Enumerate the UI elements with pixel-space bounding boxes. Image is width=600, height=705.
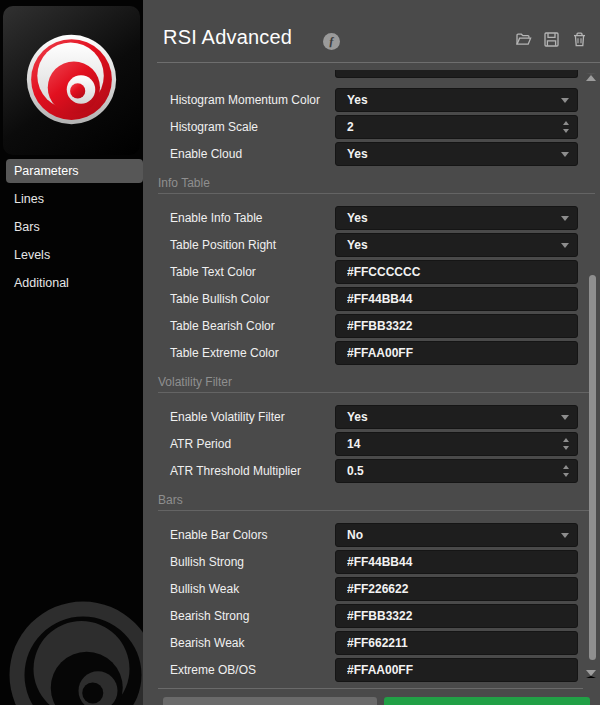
sidebar-item-additional[interactable]: Additional (6, 271, 143, 295)
param-row: Bearish Weak (158, 631, 595, 655)
sidebar-item-bars[interactable]: Bars (6, 215, 143, 239)
dropdown-value: No (347, 524, 363, 546)
chevron-down-icon (561, 243, 569, 248)
sidebar-item-lines[interactable]: Lines (6, 187, 143, 211)
color-value-input[interactable] (336, 342, 577, 364)
dropdown-table-position-right[interactable]: Yes (335, 233, 578, 257)
section-header-volatility-filter: Volatility Filter (158, 374, 595, 393)
dropdown-enable-volatility-filter[interactable]: Yes (335, 405, 578, 429)
param-row: Enable Volatility Filter Yes (158, 405, 595, 429)
color-value-input[interactable] (336, 315, 577, 337)
chevron-down-icon (561, 216, 569, 221)
indicator-settings-window: Parameters Lines Bars Levels Additional … (0, 0, 600, 705)
save-template-button[interactable] (543, 31, 560, 48)
color-value-input[interactable] (336, 632, 577, 654)
triangle-down-icon[interactable] (563, 473, 569, 477)
function-f-icon: ƒ (323, 33, 340, 50)
input-bullish-weak[interactable] (335, 577, 578, 601)
param-row: Bullish Weak (158, 577, 595, 601)
stepper-atr-period[interactable]: 14 (335, 432, 578, 456)
dropdown-value: Yes (347, 89, 368, 111)
load-template-button[interactable] (515, 31, 532, 48)
param-row: Enable Bar Colors No (158, 523, 595, 547)
dropdown-value: Yes (347, 207, 368, 229)
section-header-bars: Bars (158, 492, 595, 511)
input-extreme-ob-os[interactable] (335, 658, 578, 682)
dropdown-enable-bar-colors[interactable]: No (335, 523, 578, 547)
dropdown-histogram-momentum-color[interactable]: Yes (335, 88, 578, 112)
param-row: Bullish Strong (158, 550, 595, 574)
triangle-up-icon[interactable] (563, 465, 569, 469)
triangle-up-icon[interactable] (563, 121, 569, 125)
param-row: ATR Period 14 (158, 432, 595, 456)
scrollbar-thumb[interactable] (589, 275, 596, 660)
param-row: Table Bearish Color (158, 314, 595, 338)
ctrader-logo-tile (3, 6, 140, 155)
param-row: Extreme OB/OS (158, 658, 595, 682)
ctrader-logo-watermark (8, 600, 143, 705)
input-bullish-strong[interactable] (335, 550, 578, 574)
input-table-extreme-color[interactable] (335, 341, 578, 365)
parameters-list: Histogram Momentum Color Yes Histogram S… (143, 63, 595, 685)
dropdown-value: Yes (347, 234, 368, 256)
main-panel: RSI Advanced ƒ (143, 0, 600, 705)
section-title: Bars (158, 492, 595, 508)
triangle-down-icon[interactable] (563, 129, 569, 133)
stepper-value: 2 (347, 116, 354, 138)
param-row: Table Bullish Color (158, 287, 595, 311)
param-row: Table Text Color (158, 260, 595, 284)
chevron-down-icon (561, 152, 569, 157)
delete-template-button[interactable] (571, 31, 588, 48)
dropdown-enable-cloud[interactable]: Yes (335, 142, 578, 166)
ok-button[interactable] (384, 697, 590, 705)
param-row: Histogram Scale 2 (158, 115, 595, 139)
color-value-input[interactable] (336, 605, 577, 627)
sidebar: Parameters Lines Bars Levels Additional (0, 0, 143, 705)
section-title: Info Table (158, 175, 595, 191)
scroll-up-button[interactable] (586, 73, 596, 81)
scroll-down-button[interactable] (586, 670, 596, 678)
dropdown-enable-info-table[interactable]: Yes (335, 206, 578, 230)
param-row: Table Extreme Color (158, 341, 595, 365)
color-value-input[interactable] (336, 288, 577, 310)
triangle-up-icon[interactable] (563, 438, 569, 442)
color-value-input[interactable] (336, 578, 577, 600)
sidebar-item-parameters[interactable]: Parameters (6, 159, 143, 183)
param-row: Table Position Right Yes (158, 233, 595, 257)
stepper-atr-threshold-multiplier[interactable]: 0.5 (335, 459, 578, 483)
page-title: RSI Advanced (163, 26, 292, 49)
dropdown-value: Yes (347, 143, 368, 165)
color-value-input[interactable] (336, 261, 577, 283)
chevron-down-icon (561, 98, 569, 103)
dropdown-value: Yes (347, 406, 368, 428)
param-row: Enable Info Table Yes (158, 206, 595, 230)
stepper-histogram-scale[interactable]: 2 (335, 115, 578, 139)
floppy-save-icon (543, 31, 560, 48)
param-row: ATR Threshold Multiplier 0.5 (158, 459, 595, 483)
input-table-bullish-color[interactable] (335, 287, 578, 311)
color-value-input[interactable] (336, 551, 577, 573)
param-row: Bearish Strong (158, 604, 595, 628)
input-bearish-weak[interactable] (335, 631, 578, 655)
sidebar-nav: Parameters Lines Bars Levels Additional (0, 159, 143, 299)
chevron-down-icon (561, 415, 569, 420)
open-folder-icon (515, 31, 532, 48)
input-table-bearish-color[interactable] (335, 314, 578, 338)
triangle-down-icon[interactable] (563, 446, 569, 450)
stepper-value: 14 (347, 433, 360, 455)
color-value-input[interactable] (336, 659, 577, 681)
sidebar-item-levels[interactable]: Levels (6, 243, 143, 267)
chevron-down-icon (561, 533, 569, 538)
ctrader-logo-icon (24, 32, 119, 127)
section-header-info-table: Info Table (158, 175, 595, 194)
input-table-text-color[interactable] (335, 260, 578, 284)
footer-divider (158, 688, 583, 689)
param-row: Histogram Momentum Color Yes (158, 88, 595, 112)
input-bearish-strong[interactable] (335, 604, 578, 628)
trash-icon (571, 31, 588, 48)
cancel-button[interactable] (163, 697, 377, 705)
stepper-value: 0.5 (347, 460, 364, 482)
section-title: Volatility Filter (158, 374, 595, 390)
param-row: Enable Cloud Yes (158, 142, 595, 166)
